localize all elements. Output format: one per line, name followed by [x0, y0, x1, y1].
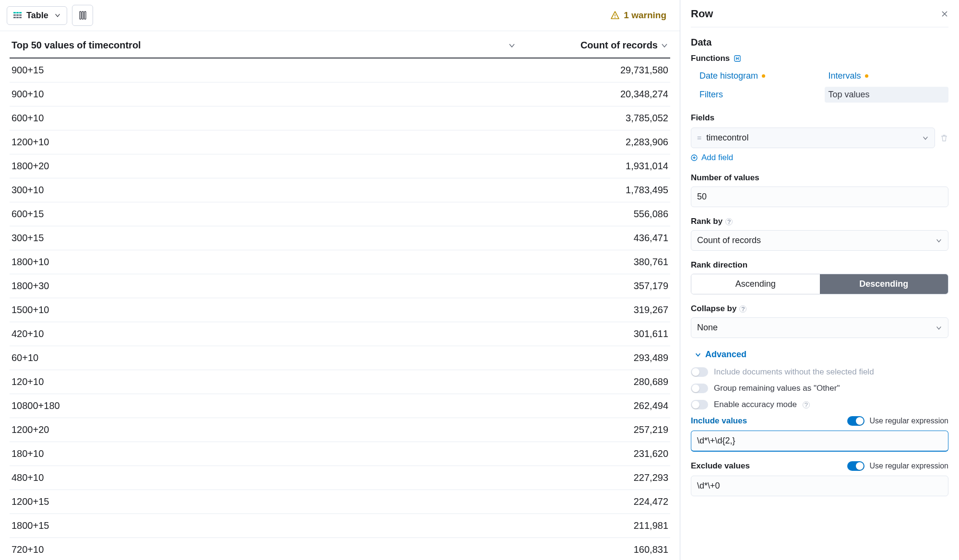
- rank-ascending-button[interactable]: Ascending: [691, 274, 820, 294]
- data-table[interactable]: Top 50 values of timecontrol Count of re…: [0, 31, 680, 560]
- cell-count: 380,761: [529, 257, 668, 268]
- table-row[interactable]: 300+101,783,495: [10, 178, 670, 202]
- help-icon[interactable]: ?: [803, 401, 810, 408]
- cell-count: 227,293: [529, 472, 668, 483]
- toggle-group-other[interactable]: [691, 384, 708, 393]
- table-row[interactable]: 60+10293,489: [10, 346, 670, 370]
- table-row[interactable]: 1800+15211,981: [10, 514, 670, 538]
- svg-rect-8: [19, 17, 22, 18]
- dot-icon: [865, 74, 868, 78]
- panel-header: Row: [691, 8, 948, 27]
- table-row[interactable]: 120+10280,689: [10, 370, 670, 394]
- include-values-input[interactable]: [691, 431, 948, 452]
- table-row[interactable]: 180+10231,620: [10, 442, 670, 466]
- switch-accuracy-mode: Enable accuracy mode ?: [691, 400, 948, 409]
- field-row: = timecontrol: [691, 128, 948, 148]
- cell-count: 160,831: [529, 544, 668, 555]
- table-row[interactable]: 600+15556,086: [10, 202, 670, 226]
- switch-label: Enable accuracy mode: [714, 400, 797, 409]
- warning-text: 1 warning: [624, 10, 666, 21]
- cell-key: 10800+180: [12, 400, 529, 411]
- table-row[interactable]: 1200+20257,219: [10, 418, 670, 442]
- field-select[interactable]: = timecontrol: [691, 128, 935, 148]
- svg-rect-4: [16, 14, 19, 16]
- table-row[interactable]: 480+10227,293: [10, 466, 670, 490]
- cell-count: 257,219: [529, 424, 668, 435]
- reference-icon[interactable]: [734, 55, 741, 62]
- table-row[interactable]: 900+1529,731,580: [10, 58, 670, 82]
- palette-icon: [78, 11, 87, 20]
- delete-field-button[interactable]: [940, 134, 948, 142]
- cell-key: 900+15: [12, 65, 529, 76]
- chevron-down-icon: [935, 325, 942, 331]
- exclude-values-input[interactable]: [691, 476, 948, 496]
- rank-by-select[interactable]: Count of records: [691, 230, 948, 251]
- cell-count: 29,731,580: [529, 65, 668, 76]
- toggle-exclude-regex[interactable]: [847, 461, 864, 471]
- chevron-down-icon: [508, 42, 516, 49]
- cell-key: 1200+15: [12, 496, 529, 507]
- collapse-by-select[interactable]: None: [691, 317, 948, 338]
- svg-rect-0: [13, 12, 16, 13]
- regex-label: Use regular expression: [869, 417, 948, 425]
- functions-list: Date histogram Intervals Filters Top val…: [696, 68, 948, 103]
- function-intervals[interactable]: Intervals: [825, 68, 949, 84]
- cell-key: 1200+20: [12, 424, 529, 435]
- cell-count: 20,348,274: [529, 89, 668, 100]
- trash-icon: [940, 134, 948, 142]
- table-row[interactable]: 1800+30357,179: [10, 274, 670, 298]
- dot-icon: [762, 74, 765, 78]
- function-filters[interactable]: Filters: [696, 87, 820, 103]
- warning-indicator[interactable]: 1 warning: [610, 10, 666, 21]
- view-type-button[interactable]: Table: [7, 6, 67, 25]
- cell-count: 224,472: [529, 496, 668, 507]
- chevron-down-icon: [695, 351, 701, 358]
- svg-rect-6: [13, 17, 16, 18]
- function-date-histogram[interactable]: Date histogram: [696, 68, 820, 84]
- advanced-toggle[interactable]: Advanced: [695, 350, 948, 360]
- table-row[interactable]: 300+15436,471: [10, 226, 670, 250]
- close-button[interactable]: [941, 10, 948, 18]
- table-row[interactable]: 10800+180262,494: [10, 394, 670, 418]
- help-icon[interactable]: ?: [739, 305, 746, 313]
- function-top-values[interactable]: Top values: [825, 87, 949, 103]
- cell-key: 480+10: [12, 472, 529, 483]
- table-row[interactable]: 1200+15224,472: [10, 490, 670, 514]
- close-icon: [941, 10, 948, 18]
- cell-count: 211,981: [529, 520, 668, 531]
- help-icon[interactable]: ?: [725, 218, 733, 225]
- table-row[interactable]: 1500+10319,267: [10, 298, 670, 322]
- toggle-include-missing[interactable]: [691, 367, 708, 377]
- table-row[interactable]: 1200+102,283,906: [10, 130, 670, 154]
- cell-key: 420+10: [12, 328, 529, 339]
- col-header-timecontrol[interactable]: Top 50 values of timecontrol: [12, 40, 529, 51]
- rank-descending-button[interactable]: Descending: [820, 274, 948, 294]
- table-row[interactable]: 720+10160,831: [10, 538, 670, 560]
- cell-key: 900+10: [12, 89, 529, 100]
- rank-direction-group: Ascending Descending: [691, 274, 948, 294]
- color-palette-button[interactable]: [72, 5, 93, 26]
- cell-key: 180+10: [12, 448, 529, 459]
- add-field-button[interactable]: Add field: [691, 153, 948, 163]
- col-header-count[interactable]: Count of records: [529, 40, 668, 51]
- cell-key: 300+15: [12, 233, 529, 244]
- toggle-accuracy-mode[interactable]: [691, 400, 708, 409]
- table-row[interactable]: 1800+10380,761: [10, 250, 670, 274]
- toggle-include-regex[interactable]: [847, 416, 864, 426]
- cell-count: 2,283,906: [529, 137, 668, 148]
- table-icon: [13, 11, 23, 20]
- chevron-down-icon: [935, 237, 942, 244]
- table-row[interactable]: 600+103,785,052: [10, 106, 670, 130]
- collapse-value: None: [697, 323, 935, 333]
- table-row[interactable]: 420+10301,611: [10, 322, 670, 346]
- svg-rect-3: [13, 14, 16, 16]
- functions-label: Functions: [691, 54, 948, 63]
- table-row[interactable]: 900+1020,348,274: [10, 82, 670, 106]
- collapse-by-label: Collapse by ?: [691, 304, 948, 314]
- num-values-input[interactable]: [691, 187, 948, 207]
- cell-key: 600+10: [12, 113, 529, 124]
- table-row[interactable]: 1800+201,931,014: [10, 154, 670, 178]
- switch-label: Include documents without the selected f…: [714, 367, 874, 377]
- svg-point-13: [615, 17, 616, 18]
- cell-count: 301,611: [529, 328, 668, 339]
